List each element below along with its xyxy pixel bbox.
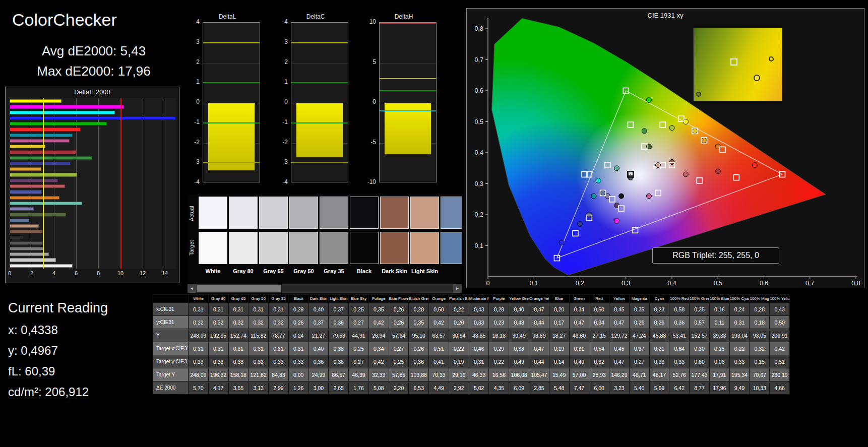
actual-patch-1	[229, 197, 258, 229]
table-cell: 46,60	[569, 329, 589, 342]
table-cell: 0,48	[509, 316, 529, 329]
table-cell: 16,18	[489, 329, 509, 342]
table-cell: 39,33	[709, 329, 729, 342]
table-cell: 18,27	[549, 329, 569, 342]
target-patch-0	[199, 232, 227, 264]
column-header: Magenta	[629, 295, 649, 303]
table-cell: 0,33	[669, 355, 690, 368]
table-cell: 0,28	[489, 303, 509, 316]
target-patch-6	[380, 232, 409, 264]
table-cell: 0,26	[649, 316, 669, 329]
target-patch-3	[289, 232, 318, 264]
table-cell: 0,32	[228, 316, 249, 329]
table-row: y:CIE310,320,320,320,320,320,260,370,360…	[153, 316, 790, 329]
table-cell: 0,42	[429, 316, 449, 329]
patch-scrollbar[interactable]: ◄ ►	[188, 284, 462, 293]
patch-label-0: White	[199, 268, 227, 274]
deltae-x-axis: 02468101214	[10, 270, 176, 278]
deltal-chart-panel: DeltaL 43210-1-2-3-4	[187, 13, 268, 193]
deltae-bar-orange	[10, 196, 59, 200]
deltac-plot-area	[291, 22, 348, 182]
scroll-left-icon[interactable]: ◄	[188, 284, 196, 293]
inset-secondary-dot	[769, 56, 774, 61]
table-cell: 0,36	[329, 316, 349, 329]
table-cell: 0,19	[549, 342, 569, 355]
table-cell: 0,33	[208, 355, 228, 368]
table-cell: 0,25	[389, 355, 409, 368]
svg-text:0,6: 0,6	[760, 280, 768, 287]
table-cell: 0,50	[429, 303, 449, 316]
deltae-chart-title: DeltaE 2000	[6, 88, 179, 96]
deltae-bar-gray-80	[10, 258, 56, 262]
table-cell: 0,32	[589, 355, 609, 368]
table-cell: 0,24	[729, 303, 750, 316]
table-cell: 0,43	[770, 303, 790, 316]
measurement-table: WhiteGray 80Gray 65Gray 50Gray 35BlackDa…	[153, 294, 790, 395]
target-patch-8	[441, 232, 462, 264]
target-patch-1	[229, 232, 258, 264]
scrollbar-thumb[interactable]	[197, 285, 281, 292]
deltaL-bar	[208, 103, 255, 171]
table-cell: 2,92	[449, 381, 469, 395]
table-cell: 6,53	[409, 381, 429, 395]
deltaC-bar	[296, 103, 343, 158]
actual-patch-3	[289, 197, 318, 229]
table-cell: 29,16	[449, 368, 469, 381]
current-reading-title: Current Reading	[8, 300, 108, 316]
table-cell: 0,36	[669, 316, 690, 329]
svg-text:0,7: 0,7	[805, 280, 814, 287]
table-cell: 86,57	[329, 368, 349, 381]
row-label: y:CIE31	[153, 316, 189, 329]
table-cell: 0,11	[709, 316, 729, 329]
table-cell: 0,31	[249, 303, 269, 316]
table-cell: 57,85	[389, 368, 409, 381]
table-cell: 0,37	[629, 342, 649, 355]
column-header: Light Skin	[329, 295, 349, 303]
deltae-bar-blue-sky	[10, 219, 29, 222]
table-cell: 4,17	[208, 381, 228, 395]
table-cell: 0,33	[269, 355, 289, 368]
table-cell: 17,91	[709, 368, 729, 381]
actual-patch-8	[441, 197, 462, 229]
svg-text:0,6: 0,6	[475, 87, 483, 94]
table-cell: 63,57	[429, 329, 449, 342]
deltae-bar-white	[10, 264, 73, 268]
deltae-bar-orange-yellow	[10, 167, 41, 171]
table-cell: 10,33	[750, 381, 770, 395]
table-cell: 5,08	[368, 381, 389, 395]
column-header: 100% Magenta	[750, 295, 770, 303]
table-cell: 45,88	[649, 329, 669, 342]
table-cell: 0,31	[469, 355, 489, 368]
inset-corner-dot	[696, 92, 701, 97]
table-cell: 0,47	[529, 342, 549, 355]
column-header: 100% Yellow	[770, 295, 790, 303]
scroll-right-icon[interactable]: ►	[453, 284, 462, 293]
colorchecker-app: ColorChecker Avg dE2000: 5,43 Max dE2000…	[0, 0, 868, 447]
table-row: Target Y248,09196,32158,18121,8284,830,0…	[153, 368, 790, 381]
table-cell: 0,60	[690, 355, 710, 368]
table-cell: 0,31	[249, 342, 269, 355]
table-cell: 9,49	[729, 381, 750, 395]
table-cell: 0,20	[549, 303, 569, 316]
target-patch-5	[350, 232, 379, 264]
svg-text:0: 0	[486, 280, 490, 287]
target-row-label: Target	[189, 232, 197, 264]
table-cell: 0,28	[750, 303, 770, 316]
table-cell: 0,33	[189, 355, 209, 368]
table-cell: 0,46	[469, 342, 489, 355]
deltae-bar-light-skin	[10, 224, 39, 228]
table-cell: 0,44	[529, 355, 549, 368]
table-cell: 0,26	[389, 303, 409, 316]
row-label: ΔE 2000	[153, 381, 189, 395]
svg-text:0,5: 0,5	[714, 280, 722, 287]
table-cell: 146,29	[609, 368, 630, 381]
table-cell: 0,31	[269, 342, 289, 355]
table-cell: 0,33	[649, 355, 669, 368]
table-cell: 0,34	[589, 316, 609, 329]
table-cell: 0,42	[368, 355, 389, 368]
table-cell: 57,64	[389, 329, 409, 342]
target-patch-2	[259, 232, 288, 264]
table-cell: 4,66	[770, 381, 790, 395]
table-cell: 0,36	[409, 355, 429, 368]
column-header: Purplish Blue	[449, 295, 469, 303]
